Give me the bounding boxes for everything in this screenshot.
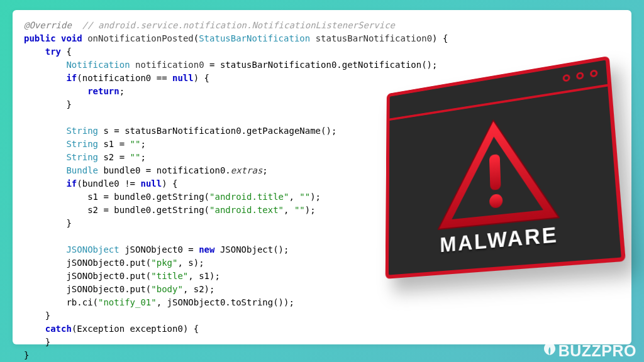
svg-rect-0 [489,153,501,190]
watermark-text: BUZZPRO [558,342,636,360]
watermark: BUZZPRO [542,341,636,360]
leaf-icon [542,341,557,360]
annotation: @Override [24,20,72,30]
comment: // android.service.notification.Notifica… [72,20,395,30]
malware-overlay: MALWARE [386,56,626,279]
warning-triangle-icon [431,106,566,237]
window-dot-icon [562,74,570,82]
window-dot-icon [576,72,584,80]
window-dot-icon [590,69,598,77]
malware-window: MALWARE [386,56,626,279]
